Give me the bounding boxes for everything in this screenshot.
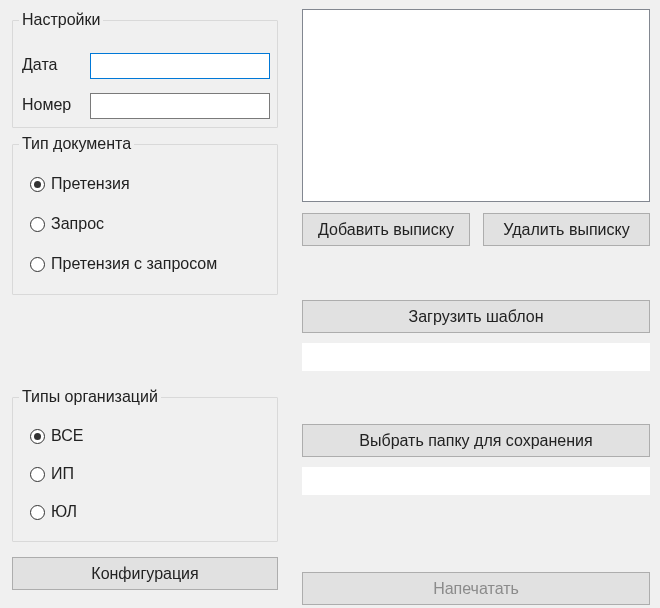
add-extract-button[interactable]: Добавить выписку (302, 213, 470, 246)
radio-icon (30, 177, 45, 192)
doc-type-option-label: Запрос (51, 215, 104, 233)
load-template-button[interactable]: Загрузить шаблон (302, 300, 650, 333)
radio-icon (30, 257, 45, 272)
extract-list[interactable] (302, 9, 650, 202)
org-type-option-label: ИП (51, 465, 74, 483)
doc-type-option-claim-request[interactable]: Претензия с запросом (30, 255, 217, 273)
number-label: Номер (22, 96, 71, 114)
save-path-field (302, 467, 650, 495)
org-type-option-ul[interactable]: ЮЛ (30, 503, 77, 521)
org-type-option-all[interactable]: ВСЕ (30, 427, 83, 445)
radio-icon (30, 217, 45, 232)
org-type-legend: Типы организаций (19, 388, 161, 406)
org-type-option-label: ЮЛ (51, 503, 77, 521)
print-button[interactable]: Напечатать (302, 572, 650, 605)
doc-type-option-request[interactable]: Запрос (30, 215, 104, 233)
date-input[interactable] (90, 53, 270, 79)
doc-type-option-claim[interactable]: Претензия (30, 175, 130, 193)
doc-type-option-label: Претензия (51, 175, 130, 193)
org-type-option-label: ВСЕ (51, 427, 83, 445)
doc-type-option-label: Претензия с запросом (51, 255, 217, 273)
org-type-option-ip[interactable]: ИП (30, 465, 74, 483)
settings-legend: Настройки (19, 11, 103, 29)
number-input[interactable] (90, 93, 270, 119)
doc-type-legend: Тип документа (19, 135, 134, 153)
config-button[interactable]: Конфигурация (12, 557, 278, 590)
template-path-field (302, 343, 650, 371)
radio-icon (30, 505, 45, 520)
radio-icon (30, 429, 45, 444)
remove-extract-button[interactable]: Удалить выписку (483, 213, 650, 246)
choose-folder-button[interactable]: Выбрать папку для сохранения (302, 424, 650, 457)
date-label: Дата (22, 56, 57, 74)
radio-icon (30, 467, 45, 482)
